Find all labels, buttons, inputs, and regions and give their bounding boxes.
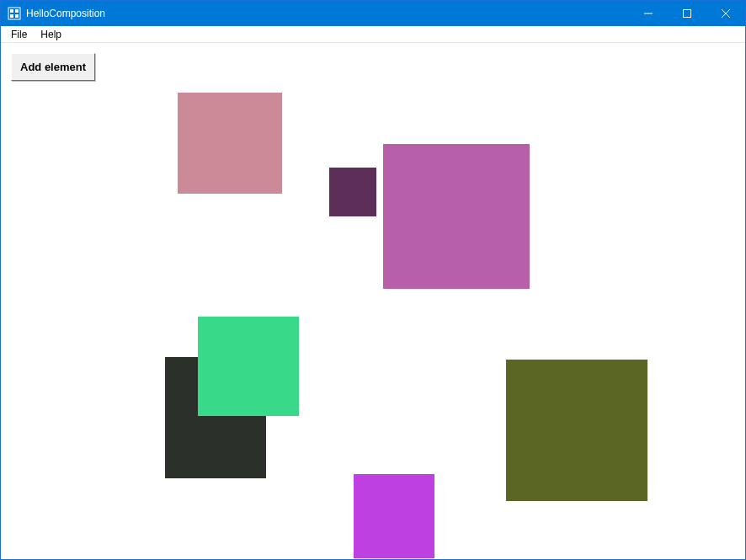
svg-rect-4: [15, 14, 19, 18]
svg-rect-3: [10, 14, 13, 18]
titlebar[interactable]: HelloComposition: [1, 1, 745, 26]
menubar: File Help: [1, 26, 745, 43]
add-element-button[interactable]: Add element: [11, 53, 95, 81]
close-button[interactable]: [706, 1, 745, 26]
maximize-button[interactable]: [668, 1, 706, 26]
app-window: HelloComposition File Help Add element: [0, 0, 746, 560]
minimize-button[interactable]: [629, 1, 668, 26]
menu-file[interactable]: File: [4, 27, 34, 42]
svg-rect-1: [10, 9, 13, 13]
square-orchid: [383, 144, 530, 289]
svg-rect-6: [684, 10, 691, 18]
square-pink: [178, 93, 282, 194]
svg-rect-2: [15, 9, 19, 13]
app-icon: [8, 7, 21, 20]
square-magenta: [354, 474, 434, 558]
square-darkpurple: [329, 168, 376, 216]
square-green: [198, 317, 299, 416]
window-title: HelloComposition: [26, 8, 105, 19]
square-olive: [506, 360, 647, 501]
menu-help[interactable]: Help: [34, 27, 68, 42]
canvas-area: Add element: [1, 43, 745, 559]
